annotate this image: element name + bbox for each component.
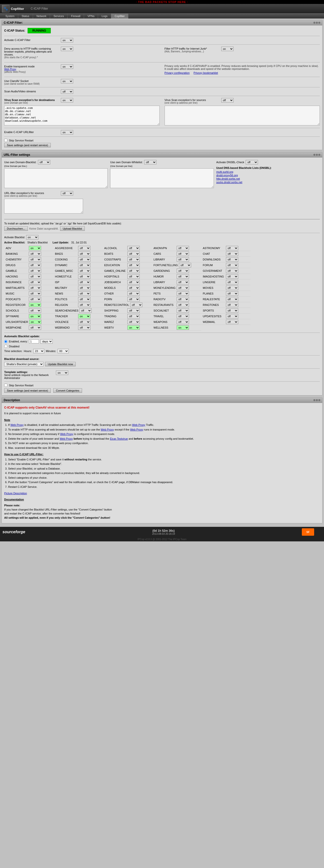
- enabled-radio[interactable]: [4, 340, 7, 343]
- bl-select-moneylending[interactable]: onoff: [177, 286, 189, 290]
- bl-select-travel[interactable]: onoff: [177, 314, 189, 318]
- bl-select-adv[interactable]: onoff: [29, 246, 41, 250]
- blacklist-select[interactable]: offon: [38, 160, 50, 164]
- url-save-btn[interactable]: Save settings (and restart service): [4, 388, 51, 393]
- disabled-radio[interactable]: [4, 345, 7, 348]
- web-proxy-link-6[interactable]: Web Proxy: [60, 437, 73, 440]
- bl-select-aggressive[interactable]: onoff: [78, 246, 91, 250]
- bl-select-music[interactable]: onoff: [29, 291, 41, 296]
- bl-select-spyware[interactable]: onoff: [29, 314, 41, 318]
- web-proxy-link-5[interactable]: Web Proxy: [60, 433, 73, 435]
- dnsbl-select[interactable]: offon: [246, 160, 258, 164]
- dnsbl-host-3[interactable]: socks.dnsbl.sorbs.net: [216, 181, 320, 184]
- activate-bl-select[interactable]: onoff: [26, 235, 38, 240]
- activate-cicap-select[interactable]: onoff: [61, 38, 73, 42]
- bl-select-porn[interactable]: onoff: [128, 297, 140, 302]
- eicar-link[interactable]: Eicar-Testvirue: [110, 437, 128, 440]
- bl-select-socialnet[interactable]: onoff: [177, 308, 189, 313]
- bl-select-cooking[interactable]: onoff: [78, 257, 91, 262]
- bl-select-banking[interactable]: onoff: [29, 252, 41, 256]
- bl-select-martialarts[interactable]: onoff: [29, 286, 41, 290]
- bl-select-dynamic[interactable]: onoff: [78, 263, 91, 267]
- bl-select-bikes[interactable]: onoff: [78, 252, 91, 256]
- bl-select-weapons[interactable]: onoff: [177, 320, 189, 324]
- upload-btn[interactable]: Upload Blacklist: [60, 226, 85, 231]
- bl-select-shopping[interactable]: onoff: [128, 308, 140, 313]
- virus-dest-select[interactable]: onoff: [61, 98, 73, 102]
- bl-select-gamble[interactable]: onoff: [29, 269, 41, 273]
- bl-select-astronomy[interactable]: onoff: [226, 246, 238, 250]
- bl-select-library[interactable]: onoff: [177, 257, 189, 262]
- picture-desc-link[interactable]: Picture Description: [4, 491, 320, 495]
- bl-select-library[interactable]: onoff: [177, 280, 189, 284]
- bl-select-news[interactable]: onoff: [78, 291, 91, 296]
- nav-firewall[interactable]: Firewall: [68, 13, 84, 19]
- bl-select-sports[interactable]: onoff: [226, 308, 238, 313]
- clamav-select[interactable]: onoff: [61, 79, 73, 84]
- skip-restart-checkbox[interactable]: [4, 139, 7, 142]
- bl-select-government[interactable]: onoff: [226, 269, 238, 273]
- interval-input[interactable]: [29, 339, 39, 343]
- dnsbl-host-2[interactable]: http.dnsbl.sorbs.net: [216, 177, 320, 180]
- web-proxy-link-1[interactable]: Web Proxy: [10, 423, 24, 426]
- sources-textarea[interactable]: [4, 199, 83, 214]
- bl-select-jobsearch[interactable]: onoff: [128, 280, 140, 284]
- privacy-bookmarklet-link[interactable]: Privoxy bookmarklet: [194, 71, 218, 74]
- minutes-select[interactable]: 00: [58, 349, 69, 353]
- privacy-config-link[interactable]: Privacy configuration: [165, 71, 190, 74]
- save-button[interactable]: Save settings (and restart service): [4, 143, 51, 147]
- bl-select-humor[interactable]: onoff: [177, 274, 189, 279]
- deny-select[interactable]: onoff: [61, 46, 73, 51]
- bl-select-games_misc[interactable]: onoff: [78, 269, 91, 273]
- nav-status[interactable]: Status: [18, 13, 33, 19]
- bl-select-tracker[interactable]: onoff: [78, 314, 91, 318]
- bl-select-cars[interactable]: onoff: [177, 252, 189, 256]
- bl-select-imagehosting[interactable]: onoff: [226, 274, 238, 279]
- bl-select-hospitals[interactable]: onoff: [128, 274, 140, 279]
- bl-select-anonvpn[interactable]: onoff: [177, 246, 189, 250]
- bl-select-homestyle[interactable]: onoff: [78, 274, 91, 279]
- dnsbl-host-0[interactable]: multi.surbl.org: [216, 170, 320, 173]
- interval-unit-select[interactable]: dayshours: [40, 339, 53, 344]
- virus-src-select[interactable]: offon: [221, 98, 233, 102]
- bl-select-updatesites[interactable]: onoff: [226, 314, 238, 318]
- bl-select-movies[interactable]: onoff: [226, 286, 238, 290]
- bl-select-remotecontrol[interactable]: onoff: [130, 303, 142, 307]
- bl-select-cosstraps[interactable]: onoff: [128, 257, 140, 262]
- whitelist-select[interactable]: offon: [144, 160, 156, 164]
- bl-select-warez[interactable]: onoff: [128, 320, 140, 324]
- bl-select-lingerie[interactable]: onoff: [226, 280, 238, 284]
- bl-select-radiotv[interactable]: onoff: [177, 297, 189, 302]
- nav-logs[interactable]: Logs: [98, 13, 111, 19]
- bl-select-drugs[interactable]: onoff: [29, 263, 41, 267]
- bl-select-boats[interactable]: onoff: [128, 252, 140, 256]
- hours-select[interactable]: 23: [33, 349, 44, 353]
- bl-select-alcohol[interactable]: onoff: [128, 246, 140, 250]
- bl-select-military[interactable]: onoff: [78, 286, 91, 290]
- bl-select-webphone[interactable]: onoff: [29, 326, 41, 330]
- web-proxy-link-2[interactable]: Web Proxy: [132, 423, 145, 426]
- template-select[interactable]: onoff: [56, 371, 68, 375]
- transparent-select[interactable]: onoff: [61, 64, 73, 69]
- blacklist-textarea[interactable]: [4, 168, 108, 188]
- scan-av-select[interactable]: offon: [61, 89, 73, 94]
- dnsbl-host-1[interactable]: dnsbl.proxy56.org: [216, 174, 320, 177]
- update-bl-btn[interactable]: Update Blacklist now: [45, 362, 76, 366]
- bl-select-violence[interactable]: onoff: [78, 320, 91, 324]
- virus-src-textarea[interactable]: [165, 106, 320, 125]
- bl-select-chat[interactable]: onoff: [226, 252, 238, 256]
- bl-select-ringtones[interactable]: onoff: [226, 303, 238, 307]
- bl-select-searchengines[interactable]: onoff: [79, 308, 92, 313]
- nav-vpns[interactable]: VPNs: [84, 13, 98, 19]
- bl-select-chemistry[interactable]: onoff: [29, 257, 41, 262]
- convert-btn[interactable]: Convert Categories: [53, 388, 82, 393]
- nav-copfilter[interactable]: Copfilter: [111, 13, 129, 19]
- bl-select-webradio[interactable]: onoff: [78, 326, 91, 330]
- bl-select-forum[interactable]: onoff: [226, 263, 238, 267]
- bl-select-registercor[interactable]: onoff: [29, 303, 41, 307]
- url-filter-select[interactable]: onoff: [61, 130, 73, 134]
- bl-select-webtv[interactable]: onoff: [128, 326, 140, 330]
- bl-select-hacking[interactable]: onoff: [29, 274, 41, 279]
- bl-select-planes[interactable]: onoff: [226, 291, 238, 296]
- bl-select-wellness[interactable]: onoff: [177, 326, 189, 330]
